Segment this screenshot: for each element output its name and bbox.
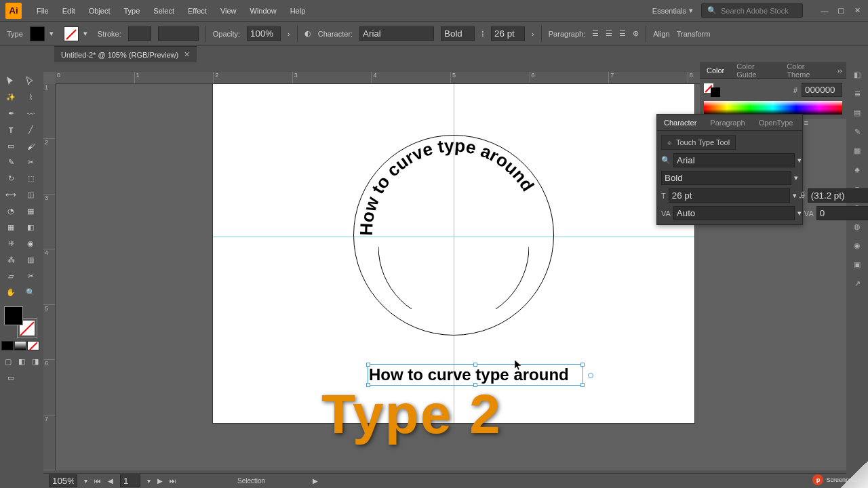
appearance-icon[interactable]: ◉ — [846, 236, 868, 255]
size-arrow-icon[interactable]: › — [532, 30, 534, 38]
color-tab[interactable]: Color — [704, 65, 727, 76]
color-theme-tab[interactable]: Color Theme — [784, 61, 830, 80]
next-artboard-icon[interactable]: ▶ — [157, 477, 163, 485]
scale-tool[interactable]: ⬚ — [21, 171, 40, 186]
stroke-dropdown[interactable]: ▾ — [80, 28, 91, 40]
panel-tracking-input[interactable] — [816, 206, 868, 220]
libraries-icon[interactable]: ▤ — [846, 103, 868, 122]
eyedropper-tool[interactable]: ⁜ — [1, 236, 20, 251]
ruler-vertical[interactable]: 1234567 — [43, 84, 56, 470]
zoom-dropdown-icon[interactable]: ▾ — [84, 477, 87, 485]
recolor-icon[interactable]: ⊛ — [633, 29, 639, 38]
font-weight-input[interactable] — [441, 26, 475, 41]
kerning-dropdown-icon[interactable]: ▾ — [797, 209, 802, 218]
panel-font-input[interactable] — [673, 153, 795, 167]
brush-input[interactable] — [158, 26, 199, 41]
fill-color[interactable] — [4, 306, 23, 325]
size-dropdown-icon[interactable]: ▾ — [793, 191, 797, 200]
transform-label[interactable]: Transform — [677, 30, 711, 38]
selection-tool[interactable] — [1, 73, 20, 89]
last-artboard-icon[interactable]: ⏭ — [170, 477, 176, 485]
artboard-nav-input[interactable] — [120, 474, 140, 487]
menu-file[interactable]: File — [30, 4, 56, 18]
zoom-tool[interactable]: 🔍 — [21, 285, 40, 300]
search-font-icon[interactable]: 🔍 — [661, 156, 671, 165]
artboard-tool[interactable]: ▱ — [1, 268, 20, 284]
panel-size-input[interactable] — [669, 188, 790, 203]
slice-tool[interactable]: ✂ — [21, 268, 40, 284]
font-dropdown-icon[interactable]: ▾ — [797, 156, 802, 165]
menu-help[interactable]: Help — [283, 4, 313, 18]
handle-tr[interactable] — [580, 363, 585, 367]
pencil-tool[interactable]: ✎ — [1, 155, 20, 170]
panel-menu-icon[interactable]: ≡ — [804, 119, 808, 127]
shape-builder-tool[interactable]: ◔ — [1, 203, 20, 219]
touch-type-button[interactable]: ⟐ Touch Type Tool — [661, 135, 736, 150]
search-stock-input[interactable]: 🔍 Search Adobe Stock — [701, 3, 803, 18]
maximize-icon[interactable]: ▢ — [835, 5, 846, 16]
symbols-icon[interactable]: ♣ — [846, 160, 868, 179]
artboard[interactable]: How to curve type around How to curve ty… — [213, 84, 694, 423]
weight-dropdown-icon[interactable]: ▾ — [794, 174, 798, 182]
perspective-tool[interactable]: ▦ — [21, 203, 40, 219]
menu-view[interactable]: View — [214, 4, 243, 18]
paintbrush-tool[interactable]: 🖌 — [21, 138, 40, 154]
fill-dropdown[interactable]: ▾ — [46, 28, 57, 40]
handle-tc[interactable] — [473, 363, 477, 367]
handle-tl[interactable] — [366, 363, 370, 367]
menu-object[interactable]: Object — [82, 4, 117, 18]
properties-icon[interactable]: ◧ — [846, 65, 868, 84]
status-play-icon[interactable]: ▶ — [313, 477, 318, 485]
line-tool[interactable]: ╱ — [21, 122, 40, 138]
text-out-port[interactable] — [588, 373, 593, 378]
width-tool[interactable]: ⟷ — [1, 187, 20, 203]
stroke-weight-input[interactable] — [128, 26, 151, 41]
color-mode-icon[interactable] — [1, 341, 14, 350]
rotate-tool[interactable]: ↻ — [1, 171, 20, 186]
graphic-styles-icon[interactable]: ▣ — [846, 255, 868, 274]
asset-export-icon[interactable]: ↗ — [846, 274, 868, 293]
graph-tool[interactable]: ▥ — [21, 252, 40, 268]
smile-arc[interactable] — [378, 159, 529, 309]
character-panel[interactable]: Character Paragraph OpenType ≡ ⟐ Touch T… — [656, 114, 803, 225]
gradient-mode-icon[interactable] — [14, 341, 26, 350]
align-center-icon[interactable]: ☰ — [606, 29, 612, 38]
hand-tool[interactable]: ✋ — [1, 285, 20, 300]
fill-stroke-swatches[interactable] — [1, 305, 39, 339]
handle-br[interactable] — [580, 383, 585, 387]
pen-tool[interactable]: ✒ — [1, 106, 20, 121]
blend-tool[interactable]: ◉ — [21, 236, 40, 251]
draw-normal-icon[interactable]: ▢ — [1, 354, 14, 369]
lasso-tool[interactable]: ⌇ — [21, 89, 40, 105]
font-size-input[interactable] — [491, 26, 525, 41]
color-guide-tab[interactable]: Color Guide — [734, 61, 777, 80]
minimize-icon[interactable]: — — [819, 5, 830, 16]
panel-collapse-icon[interactable]: ›› — [837, 66, 842, 75]
brushes-icon[interactable]: ✎ — [846, 122, 868, 141]
workspace-switcher[interactable]: Essentials ▾ — [652, 6, 693, 15]
opacity-input[interactable] — [247, 26, 281, 41]
menu-type[interactable]: Type — [117, 4, 147, 18]
type-tool[interactable]: T — [1, 122, 20, 138]
free-transform-tool[interactable]: ◫ — [21, 187, 40, 203]
opacity-arrow-icon[interactable]: › — [288, 30, 290, 38]
magic-wand-tool[interactable]: ✨ — [1, 89, 20, 105]
document-tab[interactable]: Untitled-2* @ 105% (RGB/Preview) ✕ — [54, 46, 197, 62]
align-label[interactable]: Align — [653, 30, 669, 38]
menu-edit[interactable]: Edit — [56, 4, 82, 18]
fill-swatch[interactable] — [30, 26, 45, 41]
opentype-tab[interactable]: OpenType — [756, 117, 796, 128]
artboard-dropdown-icon[interactable]: ▾ — [147, 477, 151, 485]
tab-close-icon[interactable]: ✕ — [184, 50, 190, 59]
prev-artboard-icon[interactable]: ◀ — [108, 477, 113, 485]
font-family-input[interactable] — [359, 26, 434, 41]
gradient-tool[interactable]: ◧ — [21, 220, 40, 235]
align-left-icon[interactable]: ☰ — [592, 29, 599, 38]
symbol-sprayer-tool[interactable]: ⁂ — [1, 252, 20, 268]
menu-effect[interactable]: Effect — [181, 4, 214, 18]
panel-kerning-input[interactable] — [673, 206, 795, 220]
menu-window[interactable]: Window — [243, 4, 283, 18]
layers-icon[interactable]: ≣ — [846, 84, 868, 103]
draw-behind-icon[interactable]: ◧ — [15, 354, 28, 369]
none-mode-icon[interactable] — [27, 341, 39, 350]
